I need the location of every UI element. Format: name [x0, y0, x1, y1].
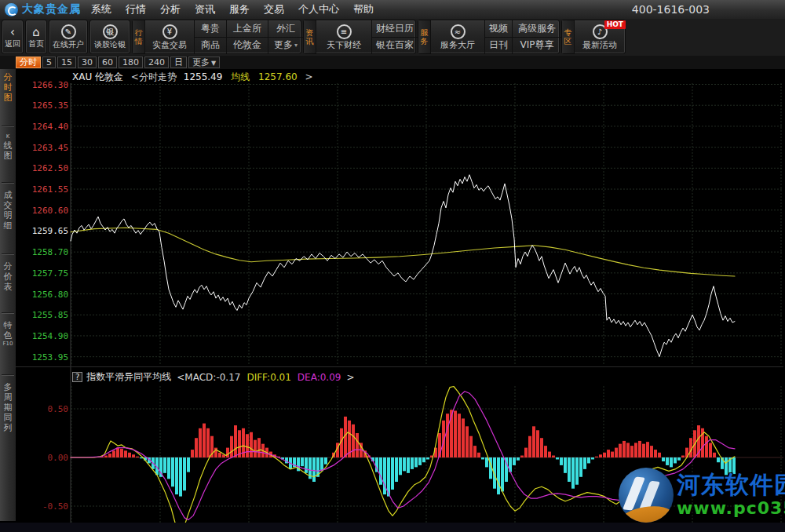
- macd-histogram-bar: [552, 456, 555, 457]
- toolbar-subitem[interactable]: 财经日历: [372, 20, 418, 38]
- service-phone: 400-1616-003: [632, 3, 710, 16]
- menu-item-7[interactable]: 帮助: [346, 0, 381, 19]
- macd-histogram-bar: [713, 453, 716, 457]
- bracket-close: >: [346, 372, 354, 383]
- toolbar-subitem[interactable]: 粤贵: [195, 20, 226, 38]
- toolbar-register-button[interactable]: ✎在线开户: [49, 20, 88, 54]
- menu-item-0[interactable]: 系统: [84, 0, 119, 19]
- macd-histogram-bar: [206, 428, 210, 457]
- period-tab-5[interactable]: 180: [119, 56, 143, 68]
- macd-histogram-bar: [579, 457, 582, 477]
- toolbar-group-0: 行情¥实盘交易粤贵商品上金所伦敦金外汇更多: [132, 20, 301, 54]
- macd-histogram-bar: [395, 457, 398, 482]
- toolbar-subitem[interactable]: 高级服务: [513, 20, 561, 38]
- macd-histogram-bar: [528, 436, 531, 457]
- period-tab-6[interactable]: 240: [144, 56, 169, 68]
- price-axis-label: 1254.90: [32, 331, 68, 341]
- toolbar-subitem[interactable]: 外汇: [268, 20, 303, 38]
- macd-histogram-bar: [383, 457, 386, 494]
- macd-histogram-bar: [634, 443, 637, 457]
- hot-badge: HOT: [604, 20, 626, 29]
- toolbar-subitem[interactable]: 伦敦金: [227, 38, 268, 54]
- macd-histogram-bar: [230, 436, 233, 457]
- macd-histogram-bar: [638, 441, 641, 457]
- period-tab-3[interactable]: 30: [78, 56, 97, 68]
- help-icon[interactable]: ?: [72, 372, 82, 382]
- sidebar-item-4[interactable]: 特色F10: [0, 320, 16, 348]
- toolbar-subitem[interactable]: 上金所: [227, 20, 268, 38]
- toolbar-main-label: 最新活动: [582, 40, 617, 50]
- price-pane-title: XAU 伦敦金 <分时走势 1255.49 均线 1257.60 >: [72, 71, 313, 84]
- macd-histogram-bar: [599, 454, 602, 457]
- toolbar-subitem[interactable]: 更多: [268, 38, 303, 54]
- period-tab-7[interactable]: 日: [170, 56, 187, 68]
- toolbar-main-button-2[interactable]: ≈服务大厅: [431, 20, 484, 53]
- toolbar-back-button[interactable]: ‹返回: [2, 20, 24, 54]
- sidebar-divider: [2, 374, 14, 376]
- macd-histogram-bar: [658, 453, 661, 457]
- macd-histogram-bar: [403, 457, 406, 471]
- toolbar-main-label: 实盘交易: [152, 40, 187, 50]
- toolbar-group-tab[interactable]: 资讯: [304, 20, 316, 53]
- macd-histogram-bar: [179, 457, 182, 497]
- period-tab-0[interactable]: 分时: [16, 56, 41, 68]
- period-more-button[interactable]: 更多▼: [188, 56, 220, 68]
- toolbar-subitem[interactable]: 日刊: [485, 38, 512, 54]
- toolbar-button-label: 首页: [28, 39, 44, 49]
- toolbar-subitem[interactable]: 银在百家: [372, 38, 418, 54]
- toolbar-main-label: 天下财经: [327, 40, 361, 50]
- toolbar-subitem[interactable]: 视频: [485, 20, 512, 38]
- price-axis-label: 1255.85: [32, 310, 68, 320]
- sidebar-item-5[interactable]: 多周期同列: [0, 382, 16, 433]
- sidebar-item-2[interactable]: 成交明细: [0, 190, 16, 231]
- macd-axis-label: -0.50: [42, 501, 68, 512]
- price-axis-label: 1264.40: [32, 122, 68, 132]
- macd-histogram-bar: [650, 446, 653, 457]
- macd-histogram-bar: [356, 433, 359, 457]
- period-tab-2[interactable]: 15: [57, 56, 76, 68]
- macd-histogram-bar: [203, 424, 206, 457]
- menu-item-5[interactable]: 交易: [257, 0, 291, 19]
- sidebar-item-0[interactable]: 分时图: [0, 72, 16, 103]
- price-axis-label: 1266.30: [32, 80, 68, 90]
- macd-histogram-bar: [540, 438, 543, 457]
- menu-item-3[interactable]: 资讯: [188, 0, 222, 19]
- dropdown-arrow-icon: ▼: [211, 60, 216, 67]
- toolbar-subcolumn: 上金所伦敦金: [226, 20, 268, 53]
- diff-value: DIFF:0.01: [246, 372, 290, 383]
- sidebar-item-3[interactable]: 分价表: [0, 261, 16, 292]
- macd-histogram-bar: [458, 414, 461, 457]
- macd-histogram-bar: [246, 434, 249, 457]
- macd-histogram-bar: [175, 457, 178, 494]
- macd-histogram-bar: [195, 438, 198, 457]
- toolbar-subcolumn: 外汇更多: [268, 20, 303, 53]
- toolbar-group-2: 服务≈服务大厅视频日刊高级服务VIP尊享: [418, 20, 560, 54]
- macd-histogram-bar: [320, 457, 323, 471]
- app-title: 大象贵金属: [22, 2, 81, 16]
- period-tab-4[interactable]: 60: [98, 56, 117, 68]
- toolbar-forum-button[interactable]: 银谈股论银: [89, 20, 130, 54]
- toolbar-subitem[interactable]: 商品: [195, 38, 226, 54]
- toolbar-subitem[interactable]: VIP尊享: [513, 38, 561, 54]
- bracket-close: >: [305, 71, 312, 82]
- menu-item-1[interactable]: 行情: [119, 0, 153, 19]
- period-tab-1[interactable]: 5: [42, 56, 56, 68]
- price-axis-label: 1257.75: [32, 268, 68, 279]
- toolbar-home-button[interactable]: ⌂首页: [25, 20, 47, 54]
- toolbar-group-tab[interactable]: 专区: [562, 20, 575, 53]
- menu-item-4[interactable]: 服务: [222, 0, 257, 19]
- macd-histogram-bar: [485, 457, 488, 467]
- macd-histogram-bar: [477, 453, 480, 457]
- macd-histogram-bar: [234, 425, 237, 457]
- toolbar-subcolumn: 视频日刊: [484, 20, 512, 53]
- toolbar-main-button-0[interactable]: ¥实盘交易: [145, 20, 194, 53]
- menu-item-6[interactable]: 个人中心: [291, 0, 346, 19]
- menu-item-2[interactable]: 分析: [153, 0, 188, 19]
- macd-histogram-bar: [717, 457, 720, 462]
- toolbar-group-tab[interactable]: 服务: [418, 20, 431, 53]
- macd-histogram-bar: [257, 438, 261, 457]
- macd-axis-label: 0.00: [48, 453, 69, 463]
- toolbar-main-button-1[interactable]: ≡天下财经: [316, 20, 371, 53]
- sidebar-item-1[interactable]: K线图: [0, 133, 16, 161]
- toolbar-group-tab[interactable]: 行情: [133, 20, 145, 53]
